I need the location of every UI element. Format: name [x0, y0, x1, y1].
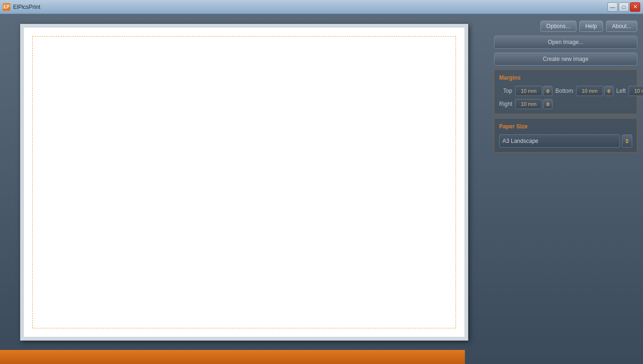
title-bar: EP ElPicsPrint — □ ✕	[0, 0, 643, 14]
bottom-bar	[0, 350, 465, 364]
paper-size-title: Paper Size	[499, 123, 632, 130]
paper-up-arrow	[625, 139, 629, 141]
top-label: Top	[499, 88, 512, 94]
paper-size-arrow-button[interactable]	[622, 134, 632, 148]
margins-title: Margins	[499, 74, 632, 81]
right-up-arrow	[546, 102, 550, 104]
right-label: Right	[499, 101, 512, 107]
top-input[interactable]	[515, 86, 542, 96]
right-panel: Options... Help About... Open Image... C…	[488, 14, 643, 364]
top-buttons: Options... Help About...	[494, 21, 637, 32]
right-input-wrapper	[515, 99, 553, 109]
top-up-arrow	[546, 89, 550, 91]
canvas-inner	[24, 28, 464, 337]
create-new-image-button[interactable]: Create new image	[494, 52, 637, 66]
bottom-up-arrow	[607, 89, 611, 91]
app-icon: EP	[3, 3, 10, 11]
paper-size-select[interactable]: A3 Landscape A4 Portrait A4 Landscape Le…	[499, 134, 620, 148]
bottom-input-wrapper	[576, 86, 613, 96]
help-button[interactable]: Help	[579, 21, 603, 32]
left-input-wrapper	[628, 86, 643, 96]
right-spinner[interactable]	[543, 99, 553, 109]
top-spinner[interactable]	[543, 86, 553, 96]
bottom-label: Bottom	[555, 88, 573, 94]
bottom-spinner[interactable]	[604, 86, 613, 96]
close-button[interactable]: ✕	[630, 2, 640, 12]
paper-size-section: Paper Size A3 Landscape A4 Portrait A4 L…	[494, 118, 637, 153]
paper-size-select-wrapper: A3 Landscape A4 Portrait A4 Landscape Le…	[499, 134, 632, 148]
canvas-wrapper	[20, 24, 468, 341]
top-down-arrow	[546, 91, 550, 93]
options-button[interactable]: Options...	[540, 21, 576, 32]
title-bar-left: EP ElPicsPrint	[3, 3, 40, 11]
open-image-button[interactable]: Open Image...	[494, 36, 637, 49]
margins-grid: Top Bottom	[499, 86, 632, 109]
bottom-input[interactable]	[576, 86, 603, 96]
app-title: ElPicsPrint	[13, 4, 40, 10]
minimize-button[interactable]: —	[607, 2, 618, 12]
app-icon-text: EP	[3, 4, 9, 9]
margins-section: Margins Top Bottom	[494, 69, 637, 114]
right-input[interactable]	[515, 99, 542, 109]
window-controls: — □ ✕	[607, 2, 640, 12]
right-down-arrow	[546, 104, 550, 106]
bottom-down-arrow	[607, 91, 611, 93]
left-label: Left	[616, 88, 626, 94]
paper-down-arrow	[625, 141, 629, 143]
canvas-dashed-border	[32, 36, 456, 328]
canvas-area	[0, 14, 488, 364]
about-button[interactable]: About...	[606, 21, 637, 32]
maximize-button[interactable]: □	[619, 2, 629, 12]
main-container: Options... Help About... Open Image... C…	[0, 14, 643, 364]
left-input[interactable]	[628, 86, 643, 96]
top-input-wrapper	[515, 86, 553, 96]
